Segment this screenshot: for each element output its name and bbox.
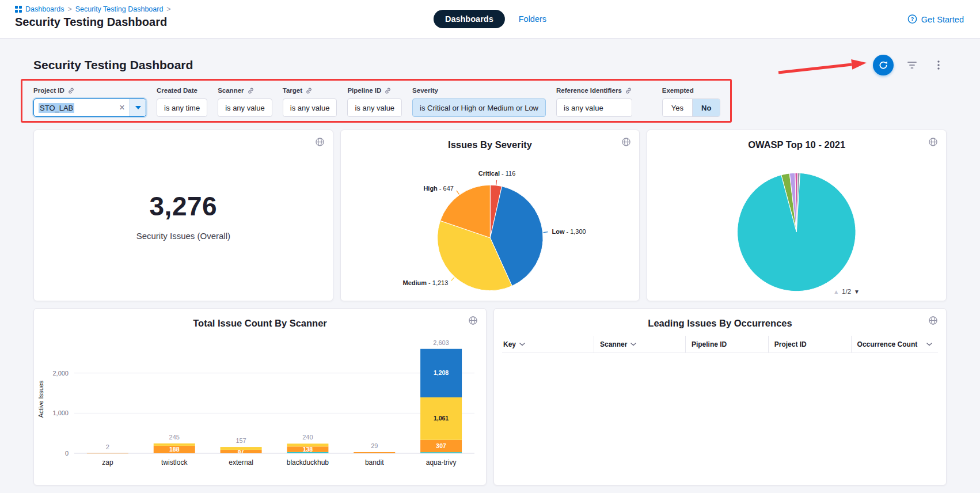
breadcrumb-link-dashboards[interactable]: Dashboards	[25, 5, 64, 13]
chevron-down-icon	[519, 343, 525, 346]
bar-category-label: bandit	[365, 458, 384, 467]
chart-title-leading-issues-by-occurrences: Leading Issues By Occurrences	[494, 309, 946, 329]
filter-lines-icon	[906, 60, 918, 70]
created-date-filter-button[interactable]: is any time	[157, 98, 207, 117]
chart-title-total-issue-count-by-scanner: Total Issue Count By Scanner	[34, 309, 486, 329]
globe-icon	[621, 137, 631, 147]
target-filter-button[interactable]: is any value	[283, 98, 337, 117]
severity-filter-button[interactable]: is Critical or High or Medium or Low	[412, 98, 546, 117]
dashboard-main: Security Testing Dashboard	[0, 39, 980, 493]
column-header-project-id[interactable]: Project ID	[768, 336, 851, 352]
refresh-icon	[878, 60, 888, 70]
y-axis-label: Active Issues	[37, 380, 44, 418]
overall-issues-label: Security Issues (Overall)	[136, 231, 230, 241]
filter-severity: Severity is Critical or High or Medium o…	[412, 86, 546, 117]
bar-category-label: blackduckhub	[287, 458, 329, 467]
bar-total-label: 2	[106, 443, 109, 450]
table-body	[494, 353, 946, 474]
column-label: Pipeline ID	[692, 340, 727, 348]
filter-label-exempted: Exempted	[662, 87, 694, 94]
page-down-icon[interactable]: ▼	[854, 289, 860, 295]
filter-pipeline-id: Pipeline ID is any value	[347, 86, 402, 117]
bar-segment[interactable]	[354, 452, 395, 453]
more-options-button[interactable]	[930, 57, 947, 73]
bar-segment-label: 1,061	[434, 415, 449, 422]
chart-title-owasp-top-10: OWASP Top 10 - 2021	[647, 130, 946, 150]
bar-total-label: 245	[169, 434, 180, 441]
reference-identifiers-filter-button[interactable]: is any value	[556, 98, 632, 117]
card-leading-issues-by-occurrences: Leading Issues By Occurrences Key Scanne…	[493, 308, 947, 486]
bar-segment[interactable]	[287, 443, 328, 446]
exempted-yes-button[interactable]: Yes	[663, 99, 692, 116]
globe-icon	[468, 316, 478, 325]
link-icon	[247, 87, 255, 94]
page-indicator: 1/2	[842, 288, 851, 295]
pie-label: Low - 1,300	[552, 228, 586, 235]
chart-pager: ▲ 1/2 ▼	[833, 288, 860, 295]
card-issues-by-severity: Issues By Severity Critical - 116Low - 1…	[340, 130, 640, 301]
owasp-pie-chart[interactable]	[647, 153, 946, 297]
filter-label-reference-identifiers: Reference Identifiers	[556, 87, 622, 94]
page-up-icon[interactable]: ▲	[833, 289, 839, 295]
filter-label-scanner: Scanner	[218, 87, 244, 94]
breadcrumb-link-current[interactable]: Security Testing Dashboard	[75, 5, 164, 13]
bar-segment[interactable]	[154, 443, 195, 446]
column-header-occurrence-count[interactable]: Occurrence Count	[851, 336, 938, 352]
pie-label: High - 647	[423, 185, 453, 192]
pipeline-id-filter-button[interactable]: is any value	[347, 98, 402, 117]
refresh-button[interactable]	[873, 55, 894, 75]
column-header-scanner[interactable]: Scanner	[594, 336, 685, 352]
filter-exempted: Exempted Yes No	[662, 86, 721, 117]
card-owasp-top-10: OWASP Top 10 - 2021 ▲ 1/2 ▼	[647, 130, 947, 301]
svg-text:?: ?	[910, 16, 914, 22]
kebab-menu-icon	[937, 60, 940, 70]
table-header-row: Key Scanner Pipeline ID Project ID Occur…	[502, 336, 938, 353]
bar-segment-label: 188	[169, 446, 180, 453]
globe-icon	[315, 137, 325, 147]
breadcrumb-separator: >	[166, 5, 170, 13]
filter-scanner: Scanner is any value	[218, 86, 272, 117]
scanner-filter-button[interactable]: is any value	[218, 98, 272, 117]
bar-segment[interactable]	[420, 452, 462, 453]
bar-total-label: 29	[371, 442, 378, 449]
project-id-value: STO_LAB	[39, 103, 74, 113]
bar-category-label: external	[229, 458, 253, 467]
dashboard-title: Security Testing Dashboard	[33, 58, 193, 72]
axis-tick-label: 0	[65, 450, 69, 457]
app-header: Dashboards > Security Testing Dashboard …	[0, 0, 980, 39]
leader-line	[543, 232, 548, 233]
column-label: Key	[503, 340, 516, 348]
project-id-combobox[interactable]: STO_LAB ×	[33, 98, 146, 117]
get-started-link[interactable]: ? Get Started	[907, 14, 964, 24]
chevron-down-icon[interactable]	[130, 99, 146, 116]
column-header-pipeline-id[interactable]: Pipeline ID	[685, 336, 768, 352]
bar-total-label: 157	[235, 437, 246, 444]
bar-total-label: 2,603	[433, 339, 449, 346]
tab-dashboards[interactable]: Dashboards	[434, 10, 505, 28]
column-label: Project ID	[774, 340, 807, 348]
filter-reference-identifiers: Reference Identifiers is any value	[556, 86, 632, 117]
pie-label: Critical - 116	[478, 170, 515, 177]
exempted-no-button[interactable]: No	[692, 99, 720, 116]
filters-button[interactable]	[904, 57, 920, 73]
column-header-key[interactable]: Key	[502, 336, 594, 352]
column-label: Occurrence Count	[857, 340, 918, 348]
filter-project-id: Project ID STO_LAB ×	[33, 86, 146, 117]
filter-created-date: Created Date is any time	[157, 86, 207, 117]
bar-category-label: zap	[102, 458, 113, 467]
leader-line	[456, 191, 459, 194]
bar-segment-label: 307	[436, 443, 446, 449]
leader-line	[451, 278, 454, 281]
scanner-bar-chart[interactable]: 01,0002,000Active Issues2zap188245twistl…	[34, 332, 486, 477]
chevron-down-icon	[926, 343, 932, 346]
tab-folders[interactable]: Folders	[519, 14, 546, 24]
pie-label: Medium - 1,213	[402, 279, 448, 286]
severity-pie-chart[interactable]: Critical - 116Low - 1,300Medium - 1,213H…	[341, 153, 640, 297]
filter-bar: Project ID STO_LAB × Created Date is any…	[33, 86, 720, 117]
bar-segment[interactable]	[221, 447, 262, 450]
bar-segment-label: 138	[303, 446, 313, 453]
globe-icon	[928, 316, 938, 325]
clear-icon[interactable]: ×	[115, 99, 130, 116]
leader-line	[496, 180, 496, 185]
dashboard-grid: 3,276 Security Issues (Overall) Issues B…	[33, 130, 947, 486]
